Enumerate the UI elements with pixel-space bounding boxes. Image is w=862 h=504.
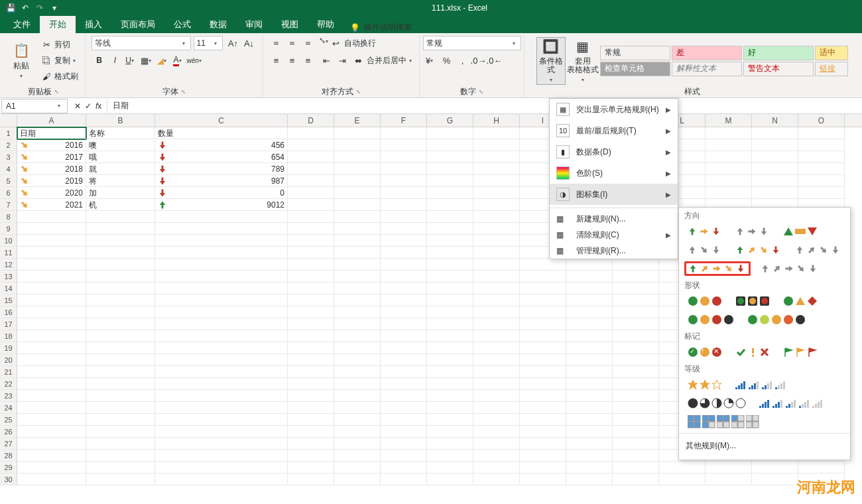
cell[interactable] <box>288 342 334 354</box>
cell[interactable] <box>381 139 427 151</box>
cell[interactable] <box>288 426 334 438</box>
cell[interactable] <box>427 235 473 247</box>
cell[interactable] <box>473 294 520 306</box>
accounting-button[interactable]: ¥▾ <box>423 53 439 68</box>
cell[interactable] <box>706 163 752 175</box>
cell[interactable] <box>334 187 381 199</box>
cell[interactable] <box>288 414 334 426</box>
cell[interactable] <box>381 366 427 378</box>
row-header[interactable]: 19 <box>0 342 17 354</box>
cell[interactable] <box>288 127 334 139</box>
cell[interactable] <box>473 330 520 342</box>
cell[interactable] <box>427 462 473 473</box>
cell[interactable] <box>334 306 381 318</box>
icon-set-option[interactable] <box>792 243 845 257</box>
conditional-formatting-button[interactable]: 🔲 条件格式▾ <box>536 37 566 85</box>
cell[interactable] <box>155 414 288 426</box>
cell[interactable] <box>288 354 334 366</box>
cell[interactable] <box>473 211 520 223</box>
cell[interactable] <box>17 306 86 318</box>
cell[interactable] <box>288 187 334 199</box>
orientation-button[interactable]: ⤡▾ <box>319 36 328 50</box>
cell[interactable] <box>334 318 381 330</box>
align-bottom-button[interactable]: ＝ <box>300 36 316 50</box>
tab-file[interactable]: 文件 <box>4 16 40 33</box>
font-name-combo[interactable]: 等线▾ <box>92 36 191 50</box>
cell[interactable] <box>566 342 613 354</box>
row-header[interactable]: 17 <box>0 318 17 330</box>
cell[interactable] <box>613 294 659 306</box>
cell[interactable] <box>155 330 288 342</box>
cell[interactable] <box>155 426 288 438</box>
cell[interactable]: 456 <box>155 139 288 151</box>
icon-set-option[interactable] <box>732 377 790 392</box>
cell[interactable] <box>155 283 288 294</box>
row-header[interactable]: 24 <box>0 402 17 414</box>
cell[interactable] <box>473 259 520 271</box>
cell[interactable] <box>155 462 288 473</box>
cell[interactable] <box>706 151 752 163</box>
cell[interactable] <box>613 306 659 318</box>
cell[interactable] <box>566 354 613 366</box>
cell[interactable] <box>520 306 566 318</box>
cell[interactable]: 就 <box>86 163 155 175</box>
cell[interactable] <box>473 473 520 485</box>
cell[interactable] <box>427 223 473 235</box>
cell-style-warn[interactable]: 警告文本 <box>743 62 814 76</box>
fx-icon[interactable]: fx <box>95 101 101 111</box>
cell[interactable] <box>752 462 798 473</box>
percent-button[interactable]: % <box>439 53 455 68</box>
cell[interactable] <box>334 259 381 271</box>
copy-button[interactable]: ⿻复制▾ <box>38 54 81 68</box>
row-header[interactable]: 30 <box>0 473 17 485</box>
cell[interactable] <box>566 330 613 342</box>
cell[interactable] <box>288 473 334 485</box>
cell[interactable] <box>473 366 520 378</box>
cell[interactable] <box>86 271 155 283</box>
icon-set-option[interactable] <box>732 224 773 239</box>
cell[interactable] <box>86 211 155 223</box>
comma-button[interactable]: , <box>455 53 471 68</box>
cell[interactable] <box>381 187 427 199</box>
icon-set-option[interactable] <box>732 345 773 359</box>
column-header[interactable]: G <box>427 114 473 127</box>
cell[interactable] <box>520 378 566 390</box>
cell[interactable] <box>334 462 381 473</box>
fill-color-button[interactable]: ◢▾ <box>155 53 171 68</box>
cell[interactable] <box>752 151 798 163</box>
cell[interactable] <box>381 199 427 211</box>
cell[interactable] <box>613 450 659 462</box>
cell[interactable] <box>86 318 155 330</box>
cell[interactable] <box>17 462 86 473</box>
cell[interactable] <box>17 330 86 342</box>
cell[interactable] <box>288 402 334 414</box>
cell[interactable] <box>427 247 473 259</box>
cell[interactable] <box>381 247 427 259</box>
cell[interactable] <box>334 235 381 247</box>
cell[interactable] <box>427 342 473 354</box>
cell[interactable] <box>86 294 155 306</box>
cell[interactable] <box>17 378 86 390</box>
cell[interactable] <box>334 366 381 378</box>
cell[interactable] <box>17 247 86 259</box>
menu-manage-rules[interactable]: ▦管理规则(R)... <box>550 243 678 259</box>
increase-decimal-button[interactable]: .0→ <box>471 53 487 68</box>
cell[interactable] <box>520 271 566 283</box>
cell[interactable] <box>381 175 427 187</box>
cell[interactable] <box>566 366 613 378</box>
cell[interactable] <box>17 426 86 438</box>
cell[interactable] <box>86 366 155 378</box>
cell[interactable] <box>288 199 334 211</box>
border-button[interactable]: ▦▾ <box>139 53 155 68</box>
cell[interactable] <box>566 426 613 438</box>
cell[interactable] <box>381 414 427 426</box>
bold-button[interactable]: B <box>92 53 107 68</box>
cell[interactable] <box>613 473 659 485</box>
cell[interactable] <box>520 438 566 450</box>
cell[interactable] <box>427 151 473 163</box>
cell[interactable] <box>473 378 520 390</box>
cell-style-good[interactable]: 好 <box>743 46 814 60</box>
cell[interactable] <box>427 426 473 438</box>
cell[interactable] <box>155 306 288 318</box>
cell[interactable] <box>334 247 381 259</box>
